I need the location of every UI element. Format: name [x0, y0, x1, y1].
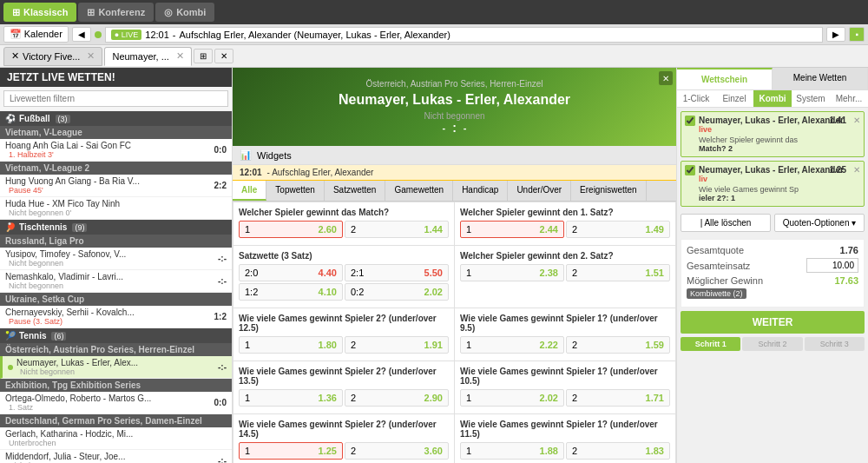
- green-nav-button[interactable]: ▪: [849, 27, 865, 42]
- match-row[interactable]: Huda Hue - XM Fico Tay Ninh Nicht begonn…: [0, 197, 232, 220]
- odds-btn[interactable]: 2 1.59: [566, 336, 670, 354]
- tab-neumayer-close[interactable]: ✕: [176, 50, 184, 62]
- match-row[interactable]: Ortega-Olmedo, Roberto - Martos G... 1. …: [0, 392, 232, 414]
- odds-num: 2: [572, 268, 577, 278]
- bet-type-1click[interactable]: 1-Click: [677, 90, 715, 107]
- match-row[interactable]: Chernayevskiy, Serhii - Kovalch... Pause…: [0, 306, 232, 328]
- odds-btn[interactable]: 2:1 5.50: [345, 264, 449, 281]
- odds-num: 2: [572, 393, 577, 403]
- bet-type-system[interactable]: System: [792, 90, 830, 107]
- clear-all-button[interactable]: | Alle löschen: [681, 214, 771, 232]
- nav-konferenz[interactable]: ⊞ Konferenz: [78, 3, 154, 22]
- section-tischtennis[interactable]: 🏓 Tischtennis (9): [0, 220, 232, 235]
- score-p1: -: [442, 122, 445, 133]
- bet-type-kombi[interactable]: Kombi: [753, 90, 792, 107]
- odds-btn[interactable]: 1 1.80: [239, 336, 343, 354]
- odds-btn[interactable]: 1 1.36: [239, 389, 343, 407]
- tab-neumayer[interactable]: Neumayer, ... ✕: [104, 47, 191, 66]
- subsection-ukraine-setka: Ukraine, Setka Cup: [0, 293, 232, 306]
- odds-num: 1: [466, 268, 471, 278]
- match-row-active[interactable]: Neumayer, Lukas - Erler, Alex... Nicht b…: [0, 356, 232, 379]
- odds-val: 2.02: [424, 287, 443, 297]
- tab-victory-close[interactable]: ✕: [87, 50, 95, 62]
- kombi-row: Kombiwette (2): [687, 288, 858, 299]
- step-1: Schritt 1: [681, 337, 740, 351]
- odds-row: 2:0 4.40 2:1 5.50: [239, 264, 449, 281]
- match-row[interactable]: Nemashkalo, Vladimir - Lavri... Nicht be…: [0, 270, 232, 293]
- bet-nav-handicap[interactable]: Handicap: [453, 181, 508, 201]
- quoten-options-button[interactable]: Quoten-Optionen ▾: [774, 214, 865, 232]
- close-all-tabs[interactable]: ✕: [214, 49, 233, 63]
- ws-remove-2[interactable]: ✕: [853, 165, 860, 175]
- sidebar-header: JETZT LIVE WETTEN!: [0, 68, 232, 87]
- bet-section-games-p1-115: Wie viele Games gewinnt Spieler 1? (unde…: [455, 414, 675, 463]
- ws-checkbox-1[interactable]: [685, 116, 695, 126]
- bet-nav-underover[interactable]: Under/Over: [508, 181, 571, 201]
- odds-num: 2: [351, 224, 356, 235]
- arrow-left-button[interactable]: ◀: [72, 27, 91, 42]
- odds-btn[interactable]: 2 2.90: [345, 389, 449, 407]
- bet-type-einzel[interactable]: Einzel: [715, 90, 753, 107]
- bet-type-mehr[interactable]: Mehr...: [830, 90, 868, 107]
- bet-nav-ereigniswetten[interactable]: Ereigniswetten: [571, 181, 647, 201]
- match-row[interactable]: Yusipov, Timofey - Safonov, V... Nicht b…: [0, 248, 232, 270]
- odds-btn[interactable]: 2 1.44: [345, 221, 449, 238]
- bet-section-games-p2-135: Wie viele Games gewinnt Spieler 2? (unde…: [233, 361, 454, 413]
- subsection-austria: Österreich, Austrian Pro Series, Herren-…: [0, 343, 232, 356]
- tennis-icon: 🎾: [5, 331, 16, 341]
- tab-victory[interactable]: ✕ Victory Five... ✕: [3, 47, 102, 66]
- klassisch-icon: ⊞: [12, 7, 20, 18]
- steps-row: Schritt 1 Schritt 2 Schritt 3: [681, 337, 865, 351]
- odds-btn[interactable]: 2 1.51: [566, 264, 670, 281]
- info-bar: 12:01 - Aufschlag Erler, Alexander: [233, 165, 676, 181]
- odds-btn[interactable]: 1:2 4.10: [239, 283, 343, 301]
- grid-view-button[interactable]: ⊞: [194, 49, 213, 63]
- bet-nav-alle[interactable]: Alle: [233, 181, 266, 201]
- section-tennis[interactable]: 🎾 Tennis (6): [0, 328, 232, 343]
- odds-btn[interactable]: 0:2 2.02: [345, 283, 449, 301]
- odds-btn[interactable]: 2:0 4.40: [239, 264, 343, 281]
- calendar-button[interactable]: 📅 Kalender: [3, 26, 69, 43]
- gesamteinsatz-input[interactable]: [806, 258, 858, 273]
- ws-live-badge: live: [699, 125, 860, 134]
- arrow-right-button[interactable]: ▶: [826, 27, 845, 42]
- odds-val: 1.51: [646, 268, 664, 278]
- odds-btn[interactable]: 2 1.83: [566, 442, 670, 460]
- weiter-button[interactable]: WEITER: [681, 311, 865, 334]
- gesamteinsatz-label: Gesamteinsatz: [687, 261, 750, 271]
- odds-btn[interactable]: 1 1.88: [460, 442, 564, 460]
- ws-odds-2: 1.25: [830, 165, 846, 175]
- filter-box: [0, 87, 232, 111]
- odds-btn[interactable]: 2 3.60: [345, 442, 449, 460]
- odds-num: 2: [351, 393, 356, 403]
- match-row[interactable]: Middendorf, Julia - Steur, Joe... Nicht …: [0, 450, 232, 463]
- nav-kombi[interactable]: ◎ Kombi: [155, 3, 214, 22]
- moglicher-label: Möglicher Gewinn: [687, 275, 763, 286]
- ws-checkbox-2[interactable]: [685, 165, 695, 175]
- odds-btn[interactable]: 2 1.91: [345, 336, 449, 354]
- odds-btn[interactable]: 1 1.25: [239, 442, 343, 460]
- tab-meine-wetten[interactable]: Meine Wetten: [773, 68, 868, 89]
- match-header-close[interactable]: ✕: [659, 71, 673, 85]
- ws-remove-1[interactable]: ✕: [853, 116, 860, 125]
- kombi-icon: ◎: [164, 7, 173, 18]
- subsection-vietnam-vleague2: Vietnam, V-League 2: [0, 162, 232, 175]
- bet-nav-topwetten[interactable]: Topwetten: [266, 181, 325, 201]
- odds-btn[interactable]: 1 2.44: [460, 221, 564, 238]
- tab-wettschein[interactable]: Wettschein: [677, 68, 773, 89]
- odds-btn[interactable]: 2 1.49: [566, 221, 670, 238]
- section-fussball[interactable]: ⚽ Fußball (3): [0, 111, 232, 126]
- odds-btn[interactable]: 1 2.22: [460, 336, 564, 354]
- odds-btn[interactable]: 1 2.38: [460, 264, 564, 281]
- match-row[interactable]: Gerlach, Katharina - Hodzic, Mi... Unter…: [0, 427, 232, 450]
- nav-klassisch[interactable]: ⊞ Klassisch: [3, 3, 76, 22]
- odds-btn[interactable]: 1 2.60: [239, 221, 343, 238]
- odds-num: 2: [351, 446, 356, 456]
- bet-nav-satzwetten[interactable]: Satzwetten: [325, 181, 385, 201]
- match-row[interactable]: Hoang Anh Gia Lai - Sai Gon FC 1. Halbze…: [0, 139, 232, 162]
- match-row[interactable]: Hung Vuong An Giang - Ba Ria V... Pause …: [0, 175, 232, 197]
- bet-nav-gamewetten[interactable]: Gamewetten: [385, 181, 453, 201]
- odds-btn[interactable]: 1 2.02: [460, 389, 564, 407]
- filter-input[interactable]: [3, 90, 228, 107]
- odds-btn[interactable]: 2 1.71: [566, 389, 670, 407]
